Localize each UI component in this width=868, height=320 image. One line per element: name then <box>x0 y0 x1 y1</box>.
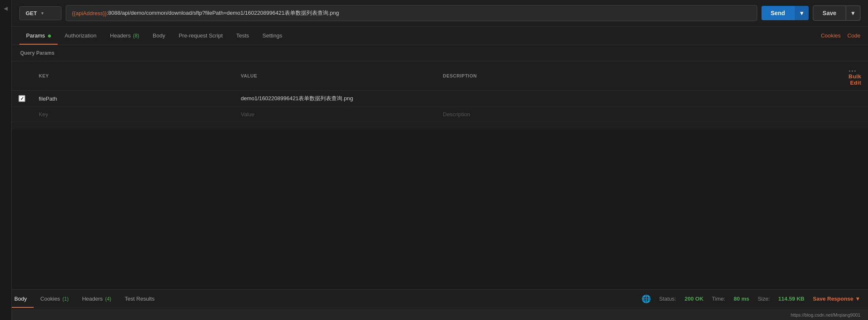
size-value: 114.59 KB <box>778 296 804 302</box>
url-bar: GET ▼ {{apiAddress}} :8088/api/demo/comm… <box>12 0 868 27</box>
bottom-tabs-left: Body Cookies (1) Headers (4) Test Result… <box>8 290 161 308</box>
cookies-link[interactable]: Cookies <box>821 32 841 39</box>
params-dot <box>48 35 51 37</box>
footer-bar: https://blog.csdn.net/Mrqiang9001 <box>0 309 868 320</box>
status-bar: 🌐 Status: 200 OK Time: 80 ms Size: 114.5… <box>642 294 860 304</box>
save-response-label: Save Response <box>813 296 853 302</box>
status-value: 200 OK <box>684 296 703 302</box>
tab-tests[interactable]: Tests <box>229 27 256 45</box>
col-check-header <box>12 61 32 91</box>
tab-settings[interactable]: Settings <box>256 27 289 45</box>
row-checkbox-cell <box>12 91 32 107</box>
url-suffix: :8088/api/demo/common/download/sftp?file… <box>107 9 339 17</box>
time-label: Time: <box>712 296 725 302</box>
globe-icon[interactable]: 🌐 <box>642 294 651 304</box>
bottom-tab-test-results[interactable]: Test Results <box>118 290 161 308</box>
save-chevron-button[interactable]: ▼ <box>846 5 860 21</box>
bottom-headers-badge: (4) <box>105 296 112 302</box>
table-row: filePath demo1/1602208996421表单数据列表查询.png <box>12 91 868 107</box>
col-value-header: VALUE <box>234 61 436 91</box>
url-prefix: {{apiAddress}} <box>72 10 107 16</box>
empty-row: Key Value Description <box>12 107 868 122</box>
empty-value-placeholder: Value <box>241 111 254 117</box>
sidebar-icon-1[interactable]: ◀ <box>2 4 10 13</box>
row-key-cell[interactable]: filePath <box>32 91 234 107</box>
send-chevron-button[interactable]: ▼ <box>794 6 809 20</box>
method-chevron-icon: ▼ <box>40 11 45 16</box>
save-group: Save ▼ <box>813 5 860 21</box>
row-key-value: filePath <box>39 96 57 102</box>
bottom-tabs-row: Body Cookies (1) Headers (4) Test Result… <box>0 289 868 308</box>
send-button[interactable]: Send <box>761 6 794 20</box>
row-value-value: demo1/1602208996421表单数据列表查询.png <box>241 95 353 101</box>
status-label: Status: <box>659 296 676 302</box>
send-group: Send ▼ <box>761 6 809 20</box>
tab-headers[interactable]: Headers (8) <box>103 27 146 45</box>
row-actions-cell <box>842 91 868 107</box>
query-params-title: Query Params <box>12 45 868 61</box>
tab-body[interactable]: Body <box>146 27 172 45</box>
content-area: Query Params KEY VALUE DESCRIPTION ... B… <box>12 45 868 129</box>
row-description-cell[interactable] <box>436 91 842 107</box>
url-display[interactable]: {{apiAddress}} :8088/api/demo/common/dow… <box>66 5 757 21</box>
bottom-tab-cookies[interactable]: Cookies (1) <box>34 290 75 308</box>
tabs-right: Cookies Code <box>821 32 860 39</box>
table-header-row: KEY VALUE DESCRIPTION ... Bulk Edit <box>12 61 868 91</box>
save-response-button[interactable]: Save Response ▼ <box>813 296 860 302</box>
empty-desc-cell[interactable]: Description <box>436 107 842 122</box>
tabs-left: Params Authorization Headers (8) Body Pr… <box>19 27 289 45</box>
row-value-cell[interactable]: demo1/1602208996421表单数据列表查询.png <box>234 91 436 107</box>
col-key-header: KEY <box>32 61 234 91</box>
size-label: Size: <box>758 296 770 302</box>
params-table: KEY VALUE DESCRIPTION ... Bulk Edit <box>12 61 868 122</box>
headers-badge: (8) <box>133 33 139 39</box>
empty-value-cell[interactable]: Value <box>234 107 436 122</box>
footer-url: https://blog.csdn.net/Mrqiang9001 <box>791 312 860 317</box>
empty-key-placeholder: Key <box>39 111 48 117</box>
time-value: 80 ms <box>734 296 749 302</box>
bottom-tab-headers[interactable]: Headers (4) <box>75 290 118 308</box>
bulk-edit-btn[interactable]: Bulk Edit <box>849 73 861 86</box>
save-response-chevron-icon: ▼ <box>855 296 860 302</box>
col-description-header: DESCRIPTION <box>436 61 842 91</box>
method-value: GET <box>26 10 37 16</box>
empty-desc-placeholder: Description <box>443 111 470 117</box>
three-dots-icon[interactable]: ... <box>849 66 857 73</box>
main-content: GET ▼ {{apiAddress}} :8088/api/demo/comm… <box>12 0 868 129</box>
tab-authorization[interactable]: Authorization <box>58 27 103 45</box>
bottom-cookies-badge: (1) <box>62 296 69 302</box>
empty-check-cell <box>12 107 32 122</box>
sidebar-strip: ◀ <box>0 0 12 320</box>
save-button[interactable]: Save <box>813 5 846 21</box>
col-actions-header: ... Bulk Edit <box>842 61 868 91</box>
tab-pre-request[interactable]: Pre-request Script <box>172 27 229 45</box>
row-checkbox[interactable] <box>19 95 25 102</box>
tab-params[interactable]: Params <box>19 27 58 45</box>
method-select[interactable]: GET ▼ <box>19 6 61 20</box>
tabs-row: Params Authorization Headers (8) Body Pr… <box>12 27 868 45</box>
code-link[interactable]: Code <box>847 32 860 39</box>
empty-actions-cell <box>842 107 868 122</box>
empty-key-cell[interactable]: Key <box>32 107 234 122</box>
